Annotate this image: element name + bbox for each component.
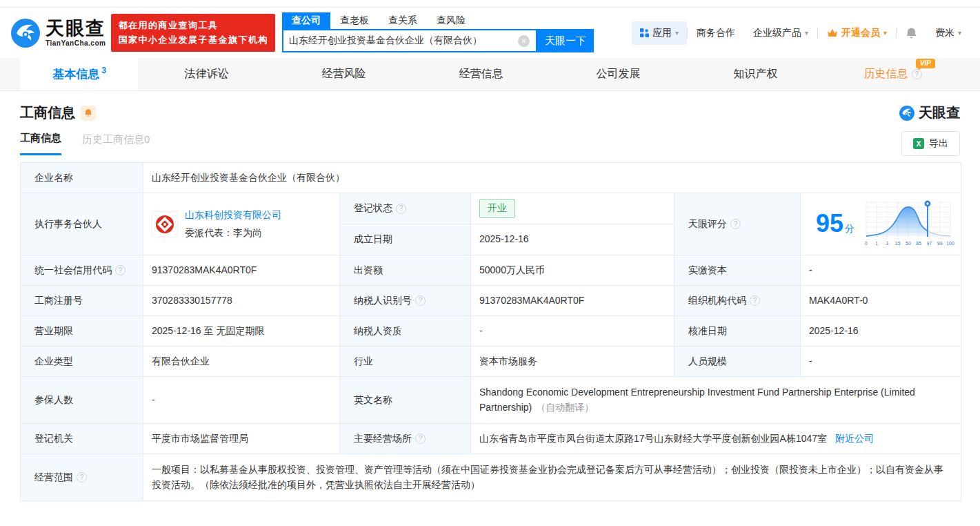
search-tab-boss[interactable]: 查老板 xyxy=(330,12,379,29)
tab-basic-info[interactable]: 基本信息 3 xyxy=(21,58,138,90)
tab-label: 公司发展 xyxy=(597,67,641,81)
chevron-down-icon: ▾ xyxy=(675,29,679,37)
search-box: ✕ xyxy=(282,29,537,52)
field-value-taxpayer-qualification: - xyxy=(471,316,674,347)
field-value-insured-count: - xyxy=(143,377,340,424)
help-icon[interactable]: ? xyxy=(415,295,426,306)
search-input[interactable] xyxy=(283,35,518,46)
svg-text:100: 100 xyxy=(946,241,954,246)
nav-vip[interactable]: 开通会员 ▾ xyxy=(818,27,896,39)
logo-title: 天眼查 xyxy=(46,19,106,38)
field-value-company-name: 山东经开创业投资基金合伙企业（有限合伙） xyxy=(143,163,961,193)
help-icon[interactable]: ? xyxy=(415,434,426,444)
brand-name: 天眼查 xyxy=(919,104,960,122)
field-label: 天眼评分? xyxy=(674,193,801,255)
field-label: 行业 xyxy=(340,347,471,377)
field-label: 企业名称 xyxy=(21,163,143,193)
svg-text:97: 97 xyxy=(927,241,932,246)
tianyancha-logo-icon xyxy=(899,105,915,121)
field-value-establish-date: 2025-12-16 xyxy=(471,224,674,255)
field-label: 登记状态? xyxy=(340,193,471,224)
section-title: 工商信息 xyxy=(20,104,75,122)
help-icon[interactable]: ? xyxy=(396,204,406,214)
search-button[interactable]: 天眼一下 xyxy=(537,29,594,52)
svg-text:85: 85 xyxy=(916,241,921,246)
nav-apps-label: 应用 xyxy=(652,27,672,39)
tab-legal[interactable]: 法律诉讼 xyxy=(138,58,275,90)
field-label: 企业类型 xyxy=(21,347,143,377)
vip-badge: VIP xyxy=(916,59,935,68)
field-value-business-address: 山东省青岛市平度市凤台街道太原路17号山东财经大学平度创新创业园A栋1047室 … xyxy=(471,424,961,454)
help-icon[interactable]: ? xyxy=(115,265,126,275)
site-header: 天眼查 TianYanCha.com 都在用的商业查询工具 国家中小企业发展子基… xyxy=(0,8,980,58)
tab-label: 法律诉讼 xyxy=(185,67,229,81)
field-value-credit-code: 91370283MAK4A0RT0F xyxy=(143,255,340,286)
help-icon[interactable]: ? xyxy=(750,295,760,306)
chevron-down-icon: ▾ xyxy=(958,29,961,37)
tab-operation-risk[interactable]: 经营风险 xyxy=(275,58,412,90)
top-divider xyxy=(0,0,980,8)
field-value-business-term: 2025-12-16 至 无固定期限 xyxy=(143,316,340,347)
field-value-exec-partner: 山东科创投资有限公司 委派代表：李为尚 xyxy=(143,193,340,255)
field-label: 统一社会信用代码? xyxy=(21,255,143,286)
field-label: 核准日期 xyxy=(674,316,801,347)
svg-text:15: 15 xyxy=(895,241,901,246)
field-label: 组织机构代码? xyxy=(674,286,801,316)
help-icon[interactable]: ? xyxy=(77,472,87,483)
field-label: 主要经营场所? xyxy=(340,424,471,454)
field-label: 执行事务合伙人 xyxy=(21,193,143,255)
field-label: 工商注册号 xyxy=(21,286,143,316)
search-tab-risk[interactable]: 查风险 xyxy=(427,12,475,29)
field-label: 成立日期 xyxy=(340,224,471,255)
export-button[interactable]: X 导出 xyxy=(901,131,960,156)
field-value-approval-date: 2025-12-16 xyxy=(801,316,961,347)
field-value-reg-number: 370283330157778 xyxy=(143,286,340,316)
svg-text:1: 1 xyxy=(875,241,878,246)
search-tab-company[interactable]: 查公司 xyxy=(282,12,330,29)
nav-apps[interactable]: 应用 ▾ xyxy=(632,21,687,45)
nearby-companies-link[interactable]: 附近公司 xyxy=(835,431,874,447)
nav-notifications[interactable] xyxy=(897,27,926,39)
crown-icon xyxy=(827,28,838,38)
search-tab-relation[interactable]: 查关系 xyxy=(379,12,427,29)
field-value-company-type: 有限合伙企业 xyxy=(143,347,340,377)
tab-label: 知识产权 xyxy=(734,67,778,81)
nav-user[interactable]: 费米 ▾ xyxy=(926,27,970,39)
field-label: 实缴资本 xyxy=(674,255,801,286)
tab-history-info[interactable]: VIP 历史信息 ? xyxy=(824,58,961,90)
export-label: 导出 xyxy=(929,137,948,150)
tab-badge-count: 3 xyxy=(101,66,106,75)
tab-label: 经营风险 xyxy=(322,67,366,81)
subscribe-bell-icon[interactable] xyxy=(81,106,96,121)
svg-text:50: 50 xyxy=(906,241,911,246)
status-badge: 开业 xyxy=(479,199,515,218)
nav-enterprise[interactable]: 企业级产品 ▾ xyxy=(744,27,817,39)
apps-grid-icon xyxy=(640,28,649,37)
search-area: 查公司 查老板 查关系 查风险 ✕ 天眼一下 xyxy=(282,13,594,52)
partner-company-link[interactable]: 山东科创投资有限公司 xyxy=(185,208,281,223)
field-label: 人员规模 xyxy=(674,347,801,377)
svg-text:0: 0 xyxy=(865,241,868,246)
subtab-business-info[interactable]: 工商信息 xyxy=(20,132,61,155)
field-value-staff-size: - xyxy=(801,347,961,377)
field-value-industry: 资本市场服务 xyxy=(471,347,674,377)
field-label: 经营范围? xyxy=(21,454,143,501)
excel-icon: X xyxy=(913,138,924,149)
help-icon[interactable]: ? xyxy=(730,219,741,229)
tianyancha-logo[interactable]: 天眼查 TianYanCha.com xyxy=(10,17,106,49)
tab-company-development[interactable]: 公司发展 xyxy=(550,58,687,90)
help-icon[interactable]: ? xyxy=(912,69,922,79)
tab-operation-info[interactable]: 经营信息 xyxy=(412,58,550,90)
tab-intellectual-property[interactable]: 知识产权 xyxy=(687,58,824,90)
section-header: 工商信息 天眼查 xyxy=(20,104,960,122)
clear-search-icon[interactable]: ✕ xyxy=(518,35,530,47)
chevron-down-icon: ▾ xyxy=(883,29,887,37)
svg-text:3: 3 xyxy=(886,241,889,246)
partner-company-logo xyxy=(152,211,178,237)
promo-line2: 国家中小企业发展子基金旗下机构 xyxy=(118,33,268,48)
bell-icon xyxy=(906,27,917,39)
subtab-history-business-info[interactable]: 历史工商信息0 xyxy=(82,133,150,155)
field-label: 纳税人识别号? xyxy=(340,286,471,316)
score-value: 95 xyxy=(816,209,843,237)
nav-cooperation[interactable]: 商务合作 xyxy=(688,27,744,39)
